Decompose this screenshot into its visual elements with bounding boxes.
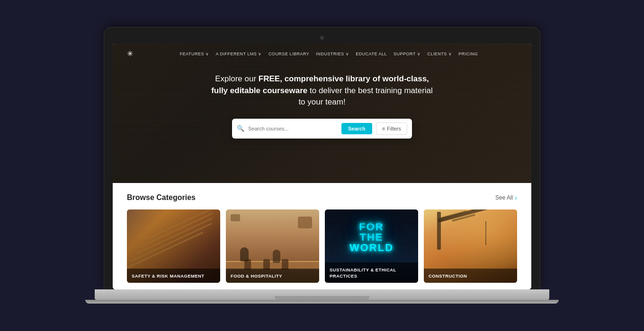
card-label-construction: CONSTRUCTION <box>429 273 512 279</box>
card-overlay-safety: SAFETY & RISK MANAGEMENT <box>127 269 220 283</box>
see-all-link[interactable]: See All › <box>495 194 517 201</box>
card-label-food: FOOD & HOSPITALITY <box>231 273 314 279</box>
browse-header: Browse Categories See All › <box>127 193 517 202</box>
nav-logo: ✳ <box>127 49 133 58</box>
main-nav: ✳ FEATURES ∨ A DIFFERENT LMS ∨ COURSE LI… <box>113 44 531 64</box>
card-label-sustainability: SUSTAINABILITY & ETHICAL PRACTICES <box>330 267 413 279</box>
category-card-construction[interactable]: CONSTRUCTION <box>424 209 517 283</box>
see-all-chevron-icon: › <box>515 194 517 201</box>
laptop-camera <box>320 36 324 40</box>
nav-item-educate-all[interactable]: EDUCATE ALL <box>356 52 387 56</box>
browse-title: Browse Categories <box>127 193 196 202</box>
filters-label: Filters <box>387 126 401 131</box>
hero-headline-prefix: Explore our <box>215 74 259 83</box>
category-card-food[interactable]: FOOD & HOSPITALITY <box>226 209 319 283</box>
nav-item-course-library[interactable]: COURSE LIBRARY <box>268 52 309 56</box>
nav-item-features[interactable]: FEATURES ∨ <box>180 52 209 56</box>
browse-section: Browse Categories See All › <box>113 183 531 289</box>
laptop-base <box>95 289 549 300</box>
category-card-sustainability[interactable]: FOR THE WORLD SUSTAINABILITY & ETHICAL P… <box>325 209 418 283</box>
laptop-foot <box>85 300 559 304</box>
nav-item-industries[interactable]: INDUSTRIES ∨ <box>316 52 349 56</box>
search-container: 🔍 Search ≡ Filters <box>232 119 412 139</box>
card-label-safety: SAFETY & RISK MANAGEMENT <box>132 273 215 279</box>
card-overlay-food: FOOD & HOSPITALITY <box>226 269 319 283</box>
nav-items: FEATURES ∨ A DIFFERENT LMS ∨ COURSE LIBR… <box>141 52 517 56</box>
filters-icon: ≡ <box>382 126 385 131</box>
laptop-container: ✳ FEATURES ∨ A DIFFERENT LMS ∨ COURSE LI… <box>104 27 540 304</box>
laptop-bezel: ✳ FEATURES ∨ A DIFFERENT LMS ∨ COURSE LI… <box>104 27 540 289</box>
site-wrapper: ✳ FEATURES ∨ A DIFFERENT LMS ∨ COURSE LI… <box>113 44 531 289</box>
nav-item-clients[interactable]: CLIENTS ∨ <box>427 52 452 56</box>
hero-headline-suffix: to deliver the best training material to… <box>298 86 432 107</box>
laptop-screen: ✳ FEATURES ∨ A DIFFERENT LMS ∨ COURSE LI… <box>113 44 531 289</box>
hero-section: ✳ FEATURES ∨ A DIFFERENT LMS ∨ COURSE LI… <box>113 44 531 183</box>
card-overlay-construction: CONSTRUCTION <box>424 269 517 283</box>
categories-grid: SAFETY & RISK MANAGEMENT <box>127 209 517 283</box>
hero-text: Explore our FREE, comprehensive library … <box>199 64 445 108</box>
category-card-safety[interactable]: SAFETY & RISK MANAGEMENT <box>127 209 220 283</box>
filters-button[interactable]: ≡ Filters <box>376 122 407 135</box>
search-icon: 🔍 <box>237 125 244 132</box>
nav-item-pricing[interactable]: PRICING <box>458 52 478 56</box>
nav-item-support[interactable]: SUPPORT ∨ <box>394 52 420 56</box>
card-overlay-sustainability: SUSTAINABILITY & ETHICAL PRACTICES <box>325 262 418 283</box>
nav-item-different-lms[interactable]: A DIFFERENT LMS ∨ <box>216 52 262 56</box>
see-all-label: See All <box>495 194 513 201</box>
search-input[interactable] <box>248 126 338 131</box>
search-button[interactable]: Search <box>341 123 372 134</box>
